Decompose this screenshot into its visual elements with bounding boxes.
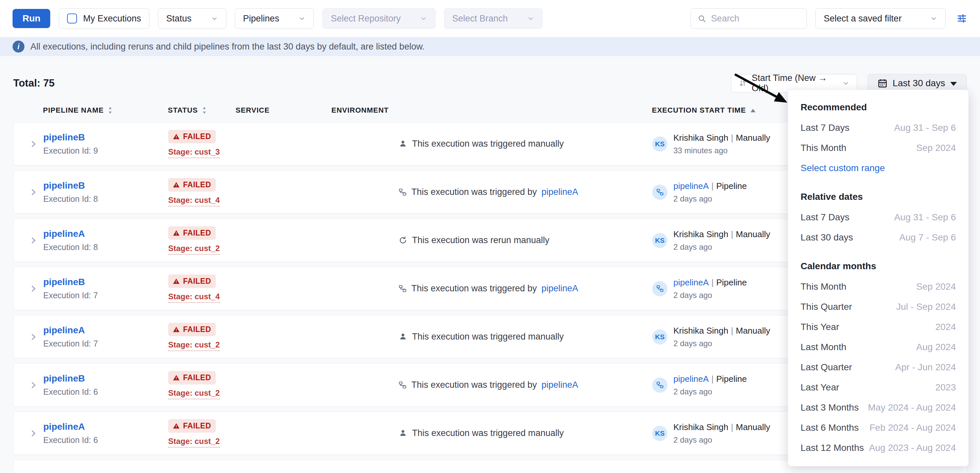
execution-id: Execution Id: 7 [43, 339, 98, 348]
starter-pipeline-link[interactable]: pipelineA [673, 181, 709, 191]
date-option-range: Aug 2023 - Aug 2024 [869, 443, 956, 453]
date-option-range: Jul - Sep 2024 [896, 302, 956, 312]
date-option-this-quarter[interactable]: This Quarter Jul - Sep 2024 [800, 297, 956, 317]
trigger-pipeline-link[interactable]: pipelineA [541, 187, 578, 197]
date-range-menu: Recommended Last 7 Days Aug 31 - Sep 6 T… [788, 89, 969, 467]
run-button[interactable]: Run [13, 9, 50, 28]
avatar [652, 378, 667, 393]
date-option-last-3-months[interactable]: Last 3 Months May 2024 - Aug 2024 [800, 397, 956, 417]
pipeline-icon [656, 188, 664, 196]
execution-id: Execution Id: 6 [43, 435, 98, 444]
failed-stage-link[interactable]: Stage: cust_2 [168, 436, 220, 448]
starter-role: Manually [736, 422, 770, 432]
warning-icon [173, 374, 180, 381]
starter-pipeline-link[interactable]: pipelineA [673, 374, 709, 384]
sort-updown-icon [202, 106, 207, 114]
starter-pipeline-link[interactable]: pipelineA [673, 278, 709, 287]
expand-row-button[interactable] [24, 284, 43, 293]
user-icon [398, 429, 407, 438]
trigger-text: This execution was rerun manually [412, 235, 549, 245]
date-option-select-custom-range[interactable]: Select custom range [800, 158, 956, 178]
failed-stage-link[interactable]: Stage: cust_2 [168, 340, 220, 351]
trigger-cell: This execution was rerun manually [398, 235, 633, 245]
failed-stage-link[interactable]: Stage: cust_4 [168, 292, 220, 303]
starter-role: Pipeline [716, 181, 747, 191]
pipeline-icon [656, 285, 664, 292]
date-option-last-quarter[interactable]: Last Quarter Apr - Jun 2024 [800, 357, 956, 377]
pipeline-name-link[interactable]: pipelineA [43, 325, 156, 336]
expand-row-button[interactable] [24, 236, 43, 245]
chevron-right-icon [29, 140, 38, 149]
expand-row-button[interactable] [24, 140, 43, 149]
column-environment: ENVIRONMENT [319, 106, 398, 114]
select-branch-dropdown[interactable]: Select Branch [444, 8, 542, 29]
chevron-right-icon [29, 332, 38, 341]
failed-stage-link[interactable]: Stage: cust_3 [168, 147, 220, 158]
trigger-text: This execution was triggered by [411, 380, 537, 390]
info-banner: i All executions, including reruns and c… [0, 37, 980, 56]
status-filter-dropdown[interactable]: Status [158, 8, 226, 29]
trigger-cell: This execution was triggered by pipeline… [398, 187, 633, 197]
my-executions-toggle[interactable]: My Executions [59, 8, 150, 29]
pipeline-name-link[interactable]: pipelineA [43, 229, 156, 239]
user-icon [398, 332, 407, 341]
execution-id: Execution Id: 8 [43, 243, 98, 252]
expand-row-button[interactable] [24, 332, 43, 341]
date-option-last-7-days[interactable]: Last 7 Days Aug 31 - Sep 6 [800, 117, 956, 138]
date-option-this-month[interactable]: This Month Sep 2024 [800, 276, 956, 297]
date-option-last-year[interactable]: Last Year 2023 [800, 377, 956, 397]
sliders-icon [956, 13, 967, 24]
failed-stage-link[interactable]: Stage: cust_2 [168, 244, 220, 255]
pipeline-name-link[interactable]: pipelineB [43, 180, 156, 191]
date-option-this-year[interactable]: This Year 2024 [800, 317, 956, 337]
avatar: KS [652, 137, 667, 152]
column-status[interactable]: STATUS [155, 106, 223, 114]
pipeline-name-link[interactable]: pipelineA [43, 421, 156, 432]
trigger-text: This execution was triggered manually [412, 332, 564, 342]
avatar [652, 281, 667, 296]
date-option-range: Aug 7 - Sep 6 [899, 232, 956, 243]
my-executions-checkbox[interactable] [67, 14, 77, 24]
starter-role: Manually [736, 326, 770, 336]
failed-stage-link[interactable]: Stage: cust_4 [168, 195, 220, 206]
sort-arrows-icon [738, 79, 747, 87]
expand-row-button[interactable] [24, 429, 43, 438]
failed-stage-link[interactable]: Stage: cust_2 [168, 389, 220, 399]
my-executions-label: My Executions [83, 14, 141, 24]
warning-icon [173, 326, 180, 333]
execution-id: Execution Id: 8 [43, 194, 98, 203]
pipeline-icon [656, 381, 664, 389]
search-input[interactable] [711, 14, 800, 24]
status-badge: FAILED [168, 275, 216, 288]
expand-row-button[interactable] [24, 381, 43, 390]
chevron-down-icon [527, 15, 534, 22]
pipelines-filter-dropdown[interactable]: Pipelines [235, 8, 314, 29]
column-pipeline-name[interactable]: PIPELINE NAME [43, 106, 155, 114]
chevron-down-icon [420, 15, 427, 22]
date-option-last-6-months[interactable]: Last 6 Months Feb 2024 - Aug 2024 [800, 417, 956, 438]
warning-icon [173, 278, 180, 285]
execution-id: Execution Id: 6 [43, 387, 98, 396]
trigger-pipeline-link[interactable]: pipelineA [541, 380, 578, 390]
status-filter-label: Status [166, 14, 192, 24]
chevron-down-icon [930, 15, 937, 22]
select-repository-label: Select Repository [331, 14, 401, 24]
status-badge: FAILED [168, 419, 216, 433]
starter-role: Manually [736, 133, 770, 143]
date-option-last-month[interactable]: Last Month Aug 2024 [800, 337, 956, 357]
pipeline-name-link[interactable]: pipelineB [43, 132, 156, 143]
execution-id: Execution Id: 7 [43, 290, 98, 300]
status-badge: FAILED [168, 371, 216, 384]
search-box[interactable] [690, 8, 807, 29]
saved-filter-dropdown[interactable]: Select a saved filter [815, 8, 946, 29]
filter-settings-button[interactable] [956, 13, 967, 24]
date-option-last-30-days[interactable]: Last 30 days Aug 7 - Sep 6 [800, 227, 956, 248]
trigger-pipeline-link[interactable]: pipelineA [541, 283, 578, 294]
pipeline-name-link[interactable]: pipelineB [43, 277, 156, 287]
date-option-this-month[interactable]: This Month Sep 2024 [800, 138, 956, 158]
expand-row-button[interactable] [24, 187, 43, 197]
pipeline-name-link[interactable]: pipelineB [43, 373, 156, 384]
date-option-last-7-days[interactable]: Last 7 Days Aug 31 - Sep 6 [800, 207, 956, 227]
select-repository-dropdown[interactable]: Select Repository [323, 8, 436, 29]
date-option-last-12-months[interactable]: Last 12 Months Aug 2023 - Aug 2024 [800, 438, 956, 458]
